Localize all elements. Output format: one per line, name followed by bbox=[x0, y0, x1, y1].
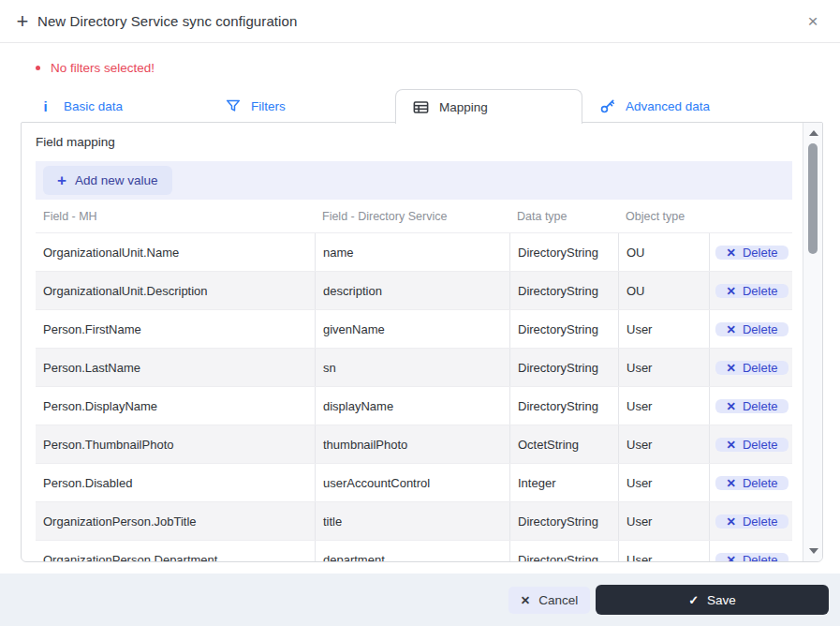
cell-field-ds: name bbox=[315, 233, 509, 271]
cell-actions: ✕ Delete bbox=[709, 310, 792, 348]
mapping-panel: Field mapping + Add new value Field - MH… bbox=[21, 122, 823, 562]
x-icon: ✕ bbox=[726, 438, 735, 452]
table-icon bbox=[412, 98, 430, 116]
tab-advanced-data[interactable]: Advanced data bbox=[582, 89, 770, 123]
table-toolbar: + Add new value bbox=[36, 161, 792, 200]
cell-data-type: DirectoryString bbox=[509, 233, 618, 271]
cell-actions: ✕ Delete bbox=[709, 425, 792, 463]
x-icon: ✕ bbox=[726, 476, 735, 490]
tab-basic-data[interactable]: i Basic data bbox=[21, 89, 208, 123]
add-button-label: Add new value bbox=[75, 173, 158, 187]
cell-field-ds: displayName bbox=[315, 387, 509, 425]
delete-button[interactable]: ✕ Delete bbox=[715, 284, 788, 298]
tab-mapping[interactable]: Mapping bbox=[395, 89, 582, 124]
plus-icon: + bbox=[57, 172, 66, 188]
table-row: Person.LastName sn DirectoryString User … bbox=[36, 348, 792, 386]
warning-message: No filters selected! bbox=[36, 59, 155, 76]
cell-actions: ✕ Delete bbox=[709, 272, 792, 309]
tab-label: Filters bbox=[251, 99, 286, 113]
x-icon: ✕ bbox=[726, 361, 735, 375]
table-header-row: Field - MH Field - Directory Service Dat… bbox=[36, 200, 792, 232]
table-row: OrganizationPerson.Department department… bbox=[36, 540, 792, 562]
info-icon: i bbox=[37, 97, 54, 115]
delete-button[interactable]: ✕ Delete bbox=[715, 246, 788, 260]
delete-button-label: Delete bbox=[743, 553, 778, 563]
cell-field-mh: Person.FirstName bbox=[36, 310, 315, 348]
table-row: Person.FirstName givenName DirectoryStri… bbox=[36, 309, 792, 348]
check-icon: ✓ bbox=[688, 593, 699, 607]
delete-button-label: Delete bbox=[743, 246, 778, 260]
column-header-field-mh: Field - MH bbox=[36, 210, 315, 223]
table-row: Person.DisplayName displayName Directory… bbox=[36, 386, 792, 425]
cell-actions: ✕ Delete bbox=[709, 541, 792, 562]
x-icon: ✕ bbox=[726, 246, 735, 260]
cell-actions: ✕ Delete bbox=[709, 349, 792, 386]
delete-button[interactable]: ✕ Delete bbox=[715, 514, 788, 529]
delete-button[interactable]: ✕ Delete bbox=[715, 438, 788, 452]
add-new-value-button[interactable]: + Add new value bbox=[43, 166, 172, 195]
tab-filters[interactable]: Filters bbox=[208, 89, 395, 123]
tab-label: Mapping bbox=[439, 100, 488, 114]
cell-field-ds: department bbox=[315, 541, 509, 562]
cell-actions: ✕ Delete bbox=[709, 233, 792, 271]
delete-button-label: Delete bbox=[743, 476, 778, 490]
delete-button-label: Delete bbox=[743, 514, 778, 529]
save-button[interactable]: ✓ Save bbox=[596, 585, 829, 615]
x-icon: ✕ bbox=[726, 399, 735, 413]
cell-field-mh: OrganizationPerson.Department bbox=[36, 541, 315, 562]
delete-button[interactable]: ✕ Delete bbox=[715, 322, 788, 336]
delete-button-label: Delete bbox=[743, 284, 778, 298]
table-row: OrganizationalUnit.Name name DirectorySt… bbox=[36, 232, 792, 271]
cell-data-type: OctetString bbox=[509, 425, 618, 463]
table-row: Person.ThumbnailPhoto thumbnailPhoto Oct… bbox=[36, 425, 792, 463]
table-row: OrganizationPerson.JobTitle title Direct… bbox=[36, 501, 792, 540]
scroll-down-icon[interactable] bbox=[803, 543, 823, 559]
cell-data-type: DirectoryString bbox=[509, 310, 618, 348]
panel-title: Field mapping bbox=[36, 123, 792, 161]
delete-button[interactable]: ✕ Delete bbox=[715, 361, 788, 375]
delete-button[interactable]: ✕ Delete bbox=[715, 553, 788, 563]
cell-field-ds: userAccountControl bbox=[315, 464, 509, 501]
scrollbar[interactable] bbox=[803, 123, 822, 561]
modal-title: New Directory Service sync configuration bbox=[37, 13, 297, 29]
cell-object-type: OU bbox=[618, 233, 709, 271]
save-button-label: Save bbox=[707, 593, 736, 607]
column-header-field-ds: Field - Directory Service bbox=[315, 210, 509, 223]
close-icon[interactable]: × bbox=[801, 0, 825, 43]
cell-field-mh: Person.ThumbnailPhoto bbox=[36, 425, 315, 463]
cell-actions: ✕ Delete bbox=[709, 464, 792, 501]
delete-button-label: Delete bbox=[743, 361, 778, 375]
x-icon: ✕ bbox=[726, 284, 735, 298]
cell-object-type: OU bbox=[618, 272, 709, 309]
x-icon: ✕ bbox=[726, 322, 735, 336]
delete-button-label: Delete bbox=[743, 438, 778, 452]
cell-field-ds: title bbox=[315, 502, 509, 540]
cell-object-type: User bbox=[618, 541, 709, 562]
cell-object-type: User bbox=[618, 425, 709, 463]
cell-object-type: User bbox=[618, 387, 709, 425]
filter-icon bbox=[224, 97, 242, 115]
scroll-up-icon[interactable] bbox=[803, 125, 823, 142]
cell-object-type: User bbox=[618, 502, 709, 540]
warning-bullet-icon bbox=[36, 66, 40, 70]
cell-field-mh: Person.LastName bbox=[36, 349, 315, 386]
table-body: OrganizationalUnit.Name name DirectorySt… bbox=[36, 232, 792, 562]
cell-data-type: DirectoryString bbox=[509, 541, 618, 562]
cell-data-type: DirectoryString bbox=[509, 272, 618, 309]
cell-field-ds: thumbnailPhoto bbox=[315, 425, 509, 463]
scrollbar-thumb[interactable] bbox=[808, 143, 818, 254]
cancel-button-label: Cancel bbox=[538, 593, 578, 607]
tab-label: Advanced data bbox=[626, 99, 710, 113]
cell-actions: ✕ Delete bbox=[709, 502, 792, 540]
column-header-object-type: Object type bbox=[618, 210, 709, 223]
delete-button-label: Delete bbox=[743, 322, 778, 336]
delete-button[interactable]: ✕ Delete bbox=[715, 476, 788, 490]
cell-data-type: Integer bbox=[509, 464, 618, 501]
plus-icon: + bbox=[11, 0, 34, 43]
modal-footer: ✕ Cancel ✓ Save bbox=[0, 574, 840, 626]
delete-button[interactable]: ✕ Delete bbox=[715, 399, 788, 413]
cell-field-ds: description bbox=[315, 272, 509, 309]
cancel-button[interactable]: ✕ Cancel bbox=[508, 587, 590, 614]
x-icon: ✕ bbox=[726, 514, 735, 529]
cell-object-type: User bbox=[618, 464, 709, 501]
